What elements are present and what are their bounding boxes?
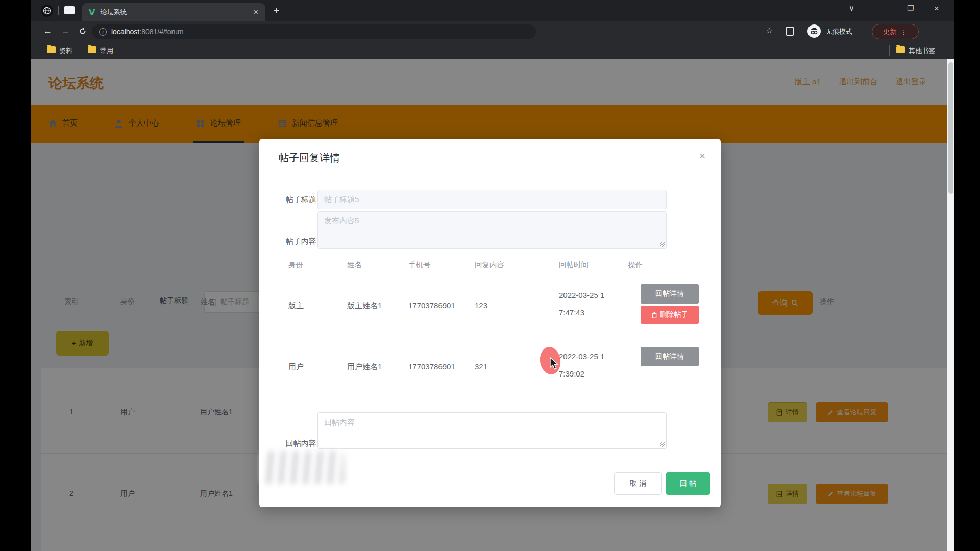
delete-post-button[interactable]: 删除帖子 [641, 306, 699, 324]
reply-cell-phone: 17703786901 [408, 301, 455, 310]
tab-close-icon[interactable]: × [254, 8, 258, 17]
post-content-value: 发布内容5 [324, 216, 359, 225]
submit-reply-button[interactable]: 回 帖 [666, 472, 710, 495]
resize-handle-icon[interactable] [660, 242, 665, 247]
bookmark-star-icon[interactable]: ☆ [766, 26, 773, 35]
reply-col-time: 回帖时间 [559, 260, 589, 270]
dialog-title: 帖子回复详情 [279, 151, 340, 165]
tab-title: 论坛系统 [100, 8, 249, 17]
reply-cell-role: 用户 [288, 362, 304, 372]
other-bookmarks[interactable]: 其他书签 [909, 46, 935, 56]
refresh-icon[interactable] [79, 27, 87, 38]
reply-detail-label: 回帖详情 [655, 352, 684, 361]
update-browser-button[interactable]: 更新 ⋮ [872, 24, 919, 39]
folder-icon [88, 46, 96, 53]
reply-col-role: 身份 [288, 260, 303, 270]
browser-toolbar: ← → i localhost :8081/#/forum ☆ 无痕模式 更新 … [31, 21, 954, 42]
resize-handle-icon[interactable] [660, 442, 665, 447]
trash-icon [651, 312, 657, 318]
window-preview-icon[interactable] [64, 6, 75, 14]
page-scrollbar[interactable] [947, 59, 954, 551]
back-icon[interactable]: ← [43, 26, 52, 36]
post-title-label: 帖子标题: [268, 195, 318, 205]
letterbox-left [0, 0, 31, 551]
reply-cell-content: 123 [475, 301, 487, 310]
reply-col-content: 回复内容 [475, 260, 504, 270]
bookmark-ziliao[interactable]: 资料 [59, 46, 72, 56]
post-content-field[interactable]: 发布内容5 [317, 211, 667, 249]
cancel-button[interactable]: 取 消 [614, 472, 662, 495]
address-bar[interactable]: i localhost :8081/#/forum [92, 24, 536, 39]
reply-col-phone: 手机号 [408, 260, 431, 270]
window-close-icon[interactable]: × [934, 4, 939, 14]
incognito-label: 无痕模式 [826, 27, 852, 36]
reply-cell-role: 版主 [288, 301, 304, 311]
window-restore-icon[interactable]: ❐ [907, 4, 914, 13]
reply-cell-name: 用户姓名1 [347, 362, 382, 372]
close-icon[interactable]: × [699, 150, 705, 162]
reply-cell-time2: 7:39:02 [559, 369, 584, 378]
window-minimize-icon[interactable]: – [879, 4, 883, 12]
reply-placeholder: 回帖内容 [324, 418, 355, 427]
screenshot-stage: 论坛系统 版主 a1 退出到前台 退出登录 首页 个人中心 论坛管理 [0, 0, 980, 551]
reply-detail-button[interactable]: 回帖详情 [641, 284, 699, 304]
bookmark-changyong[interactable]: 常用 [100, 46, 113, 56]
browser-tab-bar: V 论坛系统 × + ∨ – ❐ × [31, 0, 954, 21]
reply-col-action: 操作 [628, 260, 643, 270]
reply-detail-button[interactable]: 回帖详情 [641, 347, 699, 366]
page-info-icon[interactable]: i [99, 28, 107, 36]
vue-favicon: V [89, 8, 95, 17]
forward-icon[interactable]: → [61, 26, 70, 36]
divider [58, 6, 59, 15]
active-browser-tab[interactable]: V 论坛系统 × [82, 3, 265, 21]
reply-cell-name: 版主姓名1 [347, 301, 382, 311]
bookmarks-bar: 资料 常用 其他书签 [31, 42, 954, 59]
kebab-menu-icon[interactable]: ⋮ [900, 28, 908, 36]
reply-col-name: 姓名 [347, 260, 362, 270]
new-tab-button[interactable]: + [274, 5, 279, 16]
letterbox-right [954, 0, 980, 551]
scrollbar-thumb[interactable] [948, 62, 953, 194]
incognito-icon [807, 24, 821, 38]
side-panel-icon[interactable] [786, 27, 794, 36]
post-title-field[interactable]: 帖子标题5 [317, 190, 667, 209]
update-label: 更新 [883, 27, 896, 36]
folder-icon [47, 46, 56, 53]
browser-logo-icon[interactable] [41, 5, 53, 17]
reply-table-divider [279, 276, 701, 276]
reply-cell-time1: 2022-03-25 1 [559, 291, 604, 299]
reply-content-label: 回帖内容: [268, 439, 318, 448]
reply-content-textarea[interactable]: 回帖内容 [317, 412, 667, 449]
post-content-label: 帖子内容: [268, 237, 318, 246]
reply-cell-phone: 17703786901 [408, 362, 455, 371]
mouse-cursor [548, 357, 560, 370]
reply-table-divider [279, 398, 701, 398]
url-host: localhost [111, 28, 139, 36]
delete-post-label: 删除帖子 [660, 310, 689, 319]
blurred-watermark [261, 451, 344, 484]
reply-cell-time1: 2022-03-25 1 [559, 352, 604, 361]
divider [889, 45, 890, 56]
folder-icon [896, 46, 905, 53]
browser-menu-chevron-icon[interactable]: ∨ [849, 4, 854, 13]
reply-cell-content: 321 [475, 362, 487, 371]
reply-cell-time2: 7:47:43 [559, 308, 584, 317]
url-path: :8081/#/forum [139, 28, 183, 36]
reply-detail-label: 回帖详情 [655, 289, 684, 298]
